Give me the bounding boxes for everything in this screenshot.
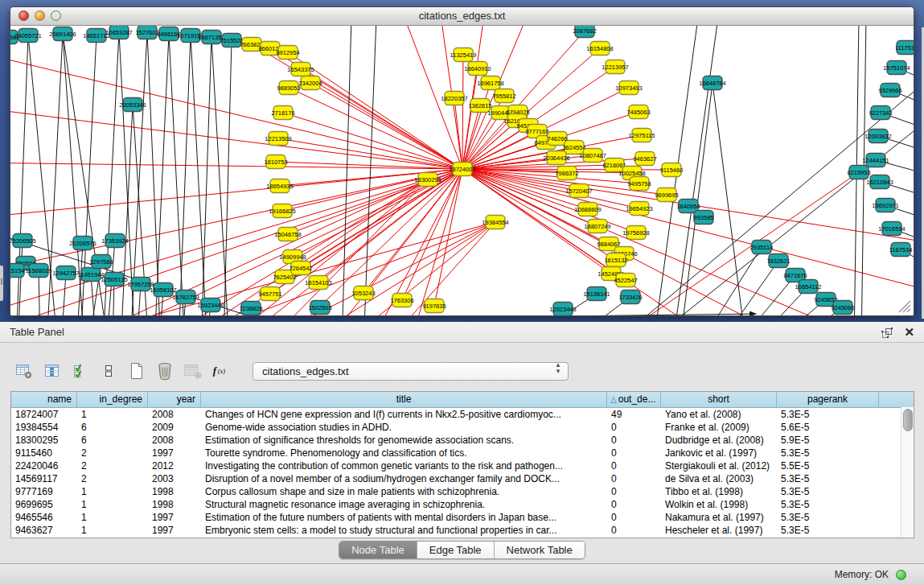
cell-name[interactable]: 18300295 <box>11 434 77 447</box>
cell-year[interactable]: 2008 <box>148 434 201 447</box>
network-node[interactable]: 20053346 <box>119 98 146 112</box>
cell-in_degree[interactable]: 2 <box>77 459 148 472</box>
table-row[interactable]: 1456911722003Disruption of a novel membe… <box>11 472 914 485</box>
cell-name[interactable]: 22420046 <box>11 459 77 472</box>
cell-pagerank[interactable]: 5.6E-5 <box>777 421 879 434</box>
network-node[interactable]: 8215953 <box>847 166 870 179</box>
network-node[interactable]: 12093832 <box>864 130 891 143</box>
network-node[interactable]: 12942757 <box>52 266 79 280</box>
network-node[interactable]: 12444151 <box>862 154 889 167</box>
cell-title[interactable]: Disruption of a novel member of a sodium… <box>201 472 607 485</box>
cell-out_de[interactable]: 0 <box>607 447 661 459</box>
minimize-button[interactable] <box>35 10 45 21</box>
network-node-selected[interactable]: 18724007 <box>449 163 475 176</box>
network-view-window[interactable]: citations_edges.txt 18765622405572120691… <box>10 6 914 316</box>
network-node[interactable]: 2087682 <box>573 26 596 38</box>
network-node[interactable]: 9227343 <box>869 106 892 120</box>
network-node-selected[interactable]: 16961758 <box>477 76 503 90</box>
cell-short[interactable]: Dudbridge et al. (2008) <box>661 434 777 447</box>
network-node-selected[interactable]: 10688609 <box>574 203 601 216</box>
cell-pagerank[interactable]: 5.3E-5 <box>777 472 879 485</box>
network-node[interactable]: 17353924 <box>101 234 128 248</box>
cell-short[interactable]: Hescheler et al. (1997) <box>661 524 777 537</box>
table-vertical-scrollbar[interactable] <box>901 407 914 538</box>
network-node-selected[interactable]: 10807487 <box>579 149 606 163</box>
network-node-selected[interactable]: 9495758 <box>627 177 651 191</box>
scrollbar-thumb[interactable] <box>903 409 913 431</box>
cell-out_de[interactable]: 0 <box>607 459 661 472</box>
column-header-short[interactable]: short <box>661 392 777 407</box>
cell-out_de[interactable]: 0 <box>607 472 661 485</box>
column-header-in_degree[interactable]: in_degree <box>77 392 148 407</box>
cell-in_degree[interactable]: 6 <box>77 434 148 447</box>
network-node[interactable]: 9329966 <box>878 84 901 97</box>
cell-title[interactable]: Changes of HCN gene expression and I(f) … <box>201 408 607 421</box>
close-button[interactable] <box>18 10 29 21</box>
function-builder-icon[interactable]: f (x) <box>211 361 231 381</box>
cell-short[interactable]: Jankovic et al. (1997) <box>661 447 777 459</box>
column-header-out_de[interactable]: △out_de... <box>607 392 661 407</box>
network-node-selected[interactable]: 1763306 <box>390 294 413 307</box>
cell-pagerank[interactable]: 5.3E-5 <box>777 485 879 498</box>
network-node-selected[interactable]: 16154808 <box>586 42 613 56</box>
network-node-selected[interactable]: 11325419 <box>450 48 477 62</box>
cell-name[interactable]: 9465546 <box>11 511 77 524</box>
cell-in_degree[interactable]: 1 <box>77 524 148 537</box>
cell-out_de[interactable]: 0 <box>607 434 661 447</box>
cell-name[interactable]: 9777169 <box>11 485 77 498</box>
column-header-name[interactable]: name <box>11 392 77 407</box>
cell-out_de[interactable]: 49 <box>607 408 661 421</box>
cell-pagerank[interactable]: 5.5E-5 <box>777 459 879 472</box>
cell-short[interactable]: Wolkin et al. (1998) <box>661 498 777 511</box>
network-node[interactable]: 16210643 <box>866 175 893 189</box>
network-node[interactable]: 3297588 <box>89 255 113 269</box>
network-node-selected[interactable]: 19756928 <box>622 226 649 240</box>
column-header-title[interactable]: title <box>201 392 607 407</box>
cell-short[interactable]: Yano et al. (2008) <box>661 408 777 421</box>
cell-title[interactable]: Genome-wide association studies in ADHD. <box>201 421 607 434</box>
cell-title[interactable]: Corpus callosum shape and size in male p… <box>201 485 607 498</box>
network-node-selected[interactable]: 15046758 <box>274 228 301 241</box>
zoom-button[interactable] <box>51 10 61 21</box>
network-node[interactable]: 9245066 <box>831 301 854 315</box>
row-format-icon[interactable] <box>99 361 118 381</box>
network-node-selected[interactable]: 12213957 <box>602 60 628 74</box>
cell-year[interactable]: 2012 <box>148 459 201 472</box>
network-node[interactable]: 7236828 <box>239 302 262 315</box>
network-node[interactable]: 24055721 <box>14 29 41 43</box>
cell-in_degree[interactable]: 2 <box>77 447 148 459</box>
network-node-selected[interactable]: 10973493 <box>615 81 642 95</box>
network-node-selected[interactable]: 18640910 <box>464 62 491 76</box>
network-node-selected[interactable]: 2718176 <box>271 106 294 120</box>
network-node-selected[interactable]: 15720407 <box>565 184 592 198</box>
network-graph[interactable]: 1876562240557212069140614651712106532871… <box>10 26 914 315</box>
network-node-selected[interactable]: 9699695 <box>655 188 678 202</box>
network-node[interactable]: 1117534 <box>895 41 914 55</box>
cell-name[interactable]: 9115460 <box>11 447 77 459</box>
network-node[interactable]: 10654112 <box>795 280 822 294</box>
cell-pagerank[interactable]: 5.3E-5 <box>777 524 879 537</box>
network-node-selected[interactable]: 19166825 <box>269 204 295 218</box>
network-node-selected[interactable]: 19654923 <box>626 202 652 216</box>
cell-name[interactable]: 9699695 <box>11 498 77 511</box>
window-resize-grip[interactable] <box>899 301 910 312</box>
network-node[interactable]: 1527602 <box>135 26 158 39</box>
network-node[interactable]: 12505135 <box>101 273 127 286</box>
network-node-selected[interactable]: 1810753 <box>264 155 287 169</box>
table-row[interactable]: 911546021997Tourette syndrome. Phenomeno… <box>11 447 914 459</box>
cell-name[interactable]: 19384554 <box>11 421 77 434</box>
cell-title[interactable]: Embryonic stem cells: a model to study s… <box>201 524 607 537</box>
network-node-selected[interactable]: 9197835 <box>422 299 446 313</box>
network-node-selected[interactable]: 18220357 <box>441 92 467 105</box>
cell-name[interactable]: 14569117 <box>11 472 77 485</box>
cell-in_degree[interactable]: 1 <box>77 408 148 421</box>
cell-in_degree[interactable]: 1 <box>77 485 148 498</box>
table-row[interactable]: 1830029562008Estimation of significance … <box>11 434 914 447</box>
window-titlebar[interactable]: citations_edges.txt <box>10 7 914 26</box>
network-canvas[interactable]: 1876562240557212069140614651712106532871… <box>10 26 914 315</box>
cell-year[interactable]: 2009 <box>148 421 201 434</box>
cell-year[interactable]: 1998 <box>148 498 201 511</box>
network-node[interactable]: 10653287 <box>105 26 132 39</box>
memory-status-icon[interactable] <box>896 570 906 580</box>
network-node[interactable]: 12923448 <box>549 303 576 316</box>
